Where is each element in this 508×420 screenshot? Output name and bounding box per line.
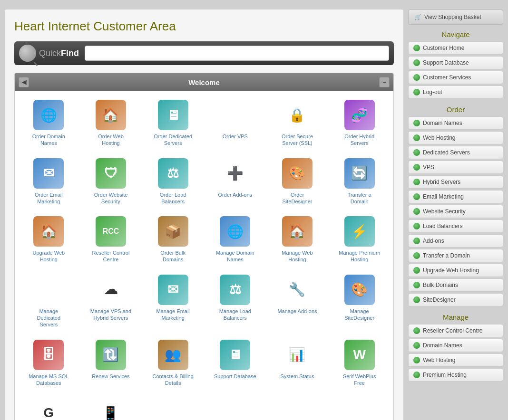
icon-item-order-load-balancers[interactable]: ⚖Order Load Balancers bbox=[144, 154, 202, 209]
icon-box-manage-sitedesigner: 🎨 bbox=[344, 275, 375, 305]
sidebar-link-website-security[interactable]: Website Security bbox=[408, 205, 503, 218]
icon-label-order-vps: Order VPS bbox=[223, 133, 248, 140]
icon-label-manage-domain-names: Manage Domain Names bbox=[214, 249, 256, 263]
icon-item-contacts-billing[interactable]: 👥Contacts & Billing Details bbox=[144, 336, 202, 391]
icon-label-manage-load-balancers: Manage Load Balancers bbox=[214, 308, 256, 322]
sidebar-link-hybrid-servers[interactable]: Hybrid Servers bbox=[408, 175, 503, 189]
icon-grid: 🌐Order Domain Names🏠Order Web Hosting🖥Or… bbox=[20, 96, 389, 420]
sidebar-link-vps[interactable]: VPS bbox=[408, 161, 503, 174]
sidebar-link-transfer-a-domain[interactable]: Transfer a Domain bbox=[408, 249, 503, 262]
sidebar-link-label: Domain Names bbox=[423, 120, 462, 126]
sidebar-link-premium-hosting[interactable]: Premium Hosting bbox=[408, 368, 503, 382]
icon-item-manage-mssql[interactable]: 🗄Manage MS SQL Databases bbox=[20, 336, 78, 391]
sidebar-link-dedicated-servers[interactable]: Dedicated Servers bbox=[408, 146, 503, 159]
sidebar-link-sitedesigner[interactable]: SiteDesigner bbox=[408, 293, 503, 306]
search-input[interactable] bbox=[85, 46, 389, 61]
sidebar-link-label: Bulk Domains bbox=[423, 282, 458, 288]
icon-item-manage-dedicated-servers[interactable]: 🖥Manage Dedicated Servers bbox=[20, 271, 78, 332]
icon-item-google-adwords[interactable]: GGoogle AdWords Voucher bbox=[20, 394, 78, 420]
icon-box-order-website-security: 🛡 bbox=[96, 158, 126, 189]
sidebar-link-domain-names[interactable]: Domain Names bbox=[408, 339, 503, 352]
sidebar-link-web-hosting[interactable]: Web Hosting bbox=[408, 131, 503, 144]
sidebar-link-label: Dedicated Servers bbox=[423, 149, 470, 156]
icon-item-manage-web-hosting[interactable]: 🏠Manage Web Hosting bbox=[268, 212, 327, 267]
navigate-section: Navigate Customer HomeSupport DatabaseCu… bbox=[408, 30, 503, 99]
icon-box-serif-webplus: W bbox=[344, 340, 375, 370]
sidebar-link-label: Add-ons bbox=[423, 238, 444, 244]
sidebar-link-label: Load Balancers bbox=[423, 223, 462, 229]
icon-item-order-web-hosting[interactable]: 🏠Order Web Hosting bbox=[82, 96, 140, 151]
status-dot bbox=[413, 342, 420, 349]
sidebar-link-log-out[interactable]: Log-out bbox=[408, 86, 503, 99]
sidebar-link-add-ons[interactable]: Add-ons bbox=[408, 234, 503, 248]
icon-item-serif-webplus[interactable]: WSerif WebPlus Free bbox=[330, 336, 389, 391]
minimize-button[interactable]: − bbox=[379, 77, 390, 87]
icon-item-upgrade-web-hosting[interactable]: 🏠Upgrade Web Hosting bbox=[20, 212, 78, 267]
shopping-basket-button[interactable]: 🛒 View Shopping Basket bbox=[408, 10, 503, 25]
sidebar-link-bulk-domains[interactable]: Bulk Domains bbox=[408, 278, 503, 292]
icon-item-manage-load-balancers[interactable]: ⚖Manage Load Balancers bbox=[206, 271, 264, 332]
icon-item-order-sitedesigner[interactable]: 🎨Order SiteDesigner bbox=[268, 154, 327, 209]
sidebar-link-upgrade-web-hosting[interactable]: Upgrade Web Hosting bbox=[408, 264, 503, 277]
icon-item-order-dedicated-servers[interactable]: 🖥Order Dedicated Servers bbox=[144, 96, 202, 151]
icon-label-order-dedicated-servers: Order Dedicated Servers bbox=[152, 133, 195, 147]
status-dot bbox=[413, 134, 420, 141]
icon-label-reseller-control-centre: Reseller Control Centre bbox=[89, 249, 132, 263]
icon-item-iphone-control[interactable]: 📱iPhone Control Panel Access bbox=[82, 394, 140, 420]
icon-item-manage-email-marketing[interactable]: ✉Manage Email Marketing bbox=[144, 271, 202, 332]
sidebar-link-support-database[interactable]: Support Database bbox=[408, 56, 503, 69]
icon-item-order-ssl[interactable]: 🔒Order Secure Server (SSL) bbox=[268, 96, 327, 151]
icon-item-order-hybrid-servers[interactable]: 🧬Order Hybrid Servers bbox=[330, 96, 389, 151]
page-title: Heart Internet Customer Area bbox=[14, 19, 394, 34]
icon-item-order-email-marketing[interactable]: ✉Order Email Marketing bbox=[20, 154, 78, 209]
icon-item-transfer-domain[interactable]: 🔄Transfer a Domain bbox=[330, 154, 389, 209]
icon-item-order-bulk-domains[interactable]: 📦Order Bulk Domains bbox=[144, 212, 202, 267]
icon-item-manage-domain-names[interactable]: 🌐Manage Domain Names bbox=[206, 212, 264, 267]
sidebar-link-customer-services[interactable]: Customer Services bbox=[408, 71, 503, 84]
icon-item-reseller-control-centre[interactable]: RCCReseller Control Centre bbox=[82, 212, 140, 267]
manage-links: Reseller Control CentreDomain NamesWeb H… bbox=[408, 324, 503, 382]
icon-item-manage-sitedesigner[interactable]: 🎨Manage SiteDesigner bbox=[330, 271, 389, 332]
icon-item-order-add-ons[interactable]: ➕Order Add-ons bbox=[206, 154, 264, 209]
collapse-left-button[interactable]: ◀ bbox=[19, 77, 29, 87]
icon-item-support-database[interactable]: 🖥Support Database bbox=[206, 336, 264, 391]
sidebar-link-domain-names[interactable]: Domain Names bbox=[408, 116, 503, 130]
icon-label-order-hybrid-servers: Order Hybrid Servers bbox=[338, 133, 381, 147]
icon-box-order-dedicated-servers: 🖥 bbox=[158, 100, 188, 130]
sidebar-link-customer-home[interactable]: Customer Home bbox=[408, 41, 503, 55]
quickfind-bar: QuickFind bbox=[14, 41, 394, 65]
icon-item-order-vps[interactable]: ☁Order VPS bbox=[206, 96, 264, 151]
order-section: Order Domain NamesWeb HostingDedicated S… bbox=[408, 105, 503, 306]
icon-item-manage-vps-hybrid[interactable]: ☁Manage VPS and Hybrid Servers bbox=[82, 271, 140, 332]
icon-label-serif-webplus: Serif WebPlus Free bbox=[338, 373, 381, 387]
icon-item-manage-premium-hosting[interactable]: ⚡Manage Premium Hosting bbox=[330, 212, 389, 267]
icon-item-order-domain-names[interactable]: 🌐Order Domain Names bbox=[20, 96, 78, 151]
icon-box-transfer-domain: 🔄 bbox=[344, 158, 375, 189]
status-dot bbox=[413, 238, 420, 244]
sidebar-link-label: SiteDesigner bbox=[423, 296, 456, 303]
icon-item-order-website-security[interactable]: 🛡Order Website Security bbox=[82, 154, 140, 209]
sidebar-link-reseller-control-centre[interactable]: Reseller Control Centre bbox=[408, 324, 503, 337]
navigate-links: Customer HomeSupport DatabaseCustomer Se… bbox=[408, 41, 503, 99]
icon-box-order-add-ons: ➕ bbox=[220, 158, 250, 189]
status-dot bbox=[413, 357, 420, 363]
quickfind-find: Find bbox=[61, 48, 79, 58]
order-title: Order bbox=[408, 105, 503, 114]
status-dot bbox=[413, 252, 420, 259]
icon-box-manage-web-hosting: 🏠 bbox=[282, 216, 313, 247]
sidebar-link-label: Log-out bbox=[423, 89, 442, 95]
icon-item-system-status[interactable]: 📊System Status bbox=[268, 336, 327, 391]
sidebar-link-load-balancers[interactable]: Load Balancers bbox=[408, 220, 503, 233]
sidebar-link-label: VPS bbox=[423, 164, 434, 171]
sidebar-link-web-hosting[interactable]: Web Hosting bbox=[408, 353, 503, 367]
sidebar: 🛒 View Shopping Basket Navigate Customer… bbox=[408, 10, 503, 420]
sidebar-link-email-marketing[interactable]: Email Marketing bbox=[408, 190, 503, 203]
icon-item-renew-services[interactable]: 🔃Renew Services bbox=[82, 336, 140, 391]
icon-item-manage-add-ons[interactable]: 🔧Manage Add-ons bbox=[268, 271, 327, 332]
icon-box-order-vps: ☁ bbox=[220, 100, 250, 130]
icon-box-order-bulk-domains: 📦 bbox=[158, 216, 188, 247]
icon-label-manage-email-marketing: Manage Email Marketing bbox=[152, 308, 195, 322]
icon-box-order-web-hosting: 🏠 bbox=[96, 100, 126, 130]
icon-label-upgrade-web-hosting: Upgrade Web Hosting bbox=[27, 249, 70, 263]
icon-label-contacts-billing: Contacts & Billing Details bbox=[152, 373, 195, 387]
